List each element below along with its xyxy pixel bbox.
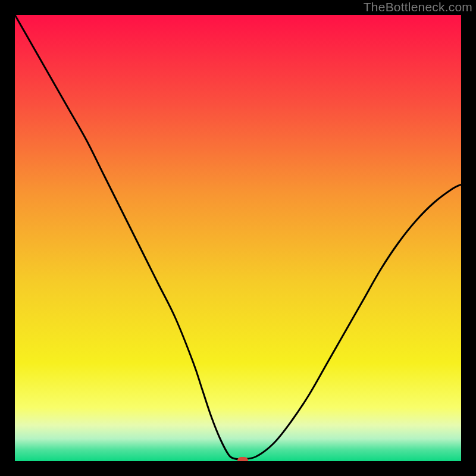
optimal-marker (237, 457, 248, 462)
curve-layer (15, 15, 461, 461)
bottleneck-curve (15, 15, 461, 459)
watermark-text: TheBottleneck.com (364, 0, 472, 14)
plot-area (15, 15, 461, 461)
chart-frame: TheBottleneck.com (0, 0, 476, 476)
